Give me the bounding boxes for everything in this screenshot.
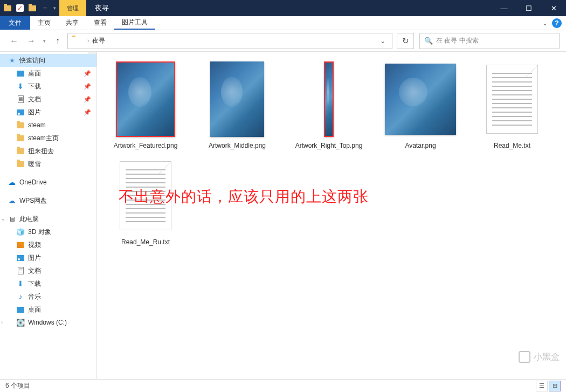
- file-item[interactable]: Artwork_Featured.png: [108, 59, 183, 150]
- sidebar-item-3d[interactable]: 🧊 3D 对象: [0, 225, 96, 238]
- sidebar-item-desktop[interactable]: 桌面: [0, 303, 96, 316]
- navigation-pane[interactable]: ⌃ ★ 快速访问 桌面 📌 ⬇ 下载 📌 文档 📌: [0, 52, 97, 379]
- text-file-icon: [486, 65, 538, 134]
- sidebar-item-folder[interactable]: 暖雪: [0, 157, 96, 170]
- minimize-button[interactable]: —: [492, 0, 516, 16]
- sidebar-item-steam[interactable]: steam: [0, 119, 96, 132]
- sidebar-item-documents[interactable]: 文档: [0, 264, 96, 277]
- window-title: 夜寻: [86, 0, 118, 16]
- details-view-button[interactable]: ☰: [536, 381, 548, 391]
- sidebar-label: 文档: [28, 266, 41, 276]
- sidebar-label: OneDrive: [19, 178, 47, 186]
- sidebar-wps[interactable]: ☁ WPS网盘: [0, 194, 96, 207]
- breadcrumb-item[interactable]: 夜寻: [92, 36, 105, 45]
- up-button[interactable]: ↑: [50, 33, 65, 49]
- forward-button[interactable]: →: [24, 33, 39, 49]
- folder-icon: [3, 4, 12, 12]
- document-icon: [16, 95, 25, 104]
- file-item[interactable]: Artwork_Middle.png: [199, 59, 275, 150]
- desktop-icon: [16, 69, 25, 78]
- ribbon-tabs: 文件 主页 共享 查看 图片工具 ⌄ ?: [0, 16, 566, 30]
- search-placeholder: 在 夜寻 中搜索: [436, 36, 479, 45]
- folder-icon: [72, 37, 82, 45]
- chevron-down-icon[interactable]: ▾: [53, 5, 56, 11]
- download-icon: ⬇: [16, 82, 25, 91]
- sidebar-item-pictures[interactable]: 图片: [0, 251, 96, 264]
- tab-home[interactable]: 主页: [30, 16, 58, 30]
- pin-icon: 📌: [84, 70, 91, 77]
- window-controls: — ☐ ✕: [492, 0, 566, 16]
- tab-picture-tools[interactable]: 图片工具: [114, 16, 155, 30]
- download-icon: ⬇: [16, 279, 25, 288]
- sidebar-item-pictures[interactable]: 图片 📌: [0, 106, 96, 119]
- sidebar-label: 文档: [28, 95, 41, 104]
- context-tab[interactable]: 管理: [59, 0, 86, 16]
- file-name: Artwork_Middle.png: [209, 141, 266, 150]
- file-menu[interactable]: 文件: [0, 16, 30, 30]
- sidebar-label: steam主页: [28, 134, 59, 143]
- search-input[interactable]: 🔍 在 夜寻 中搜索: [419, 33, 560, 49]
- sidebar-item-documents[interactable]: 文档 📌: [0, 93, 96, 106]
- close-button[interactable]: ✕: [541, 0, 566, 16]
- sidebar-quick-access[interactable]: ★ 快速访问: [0, 54, 96, 67]
- history-dropdown[interactable]: ▾: [41, 38, 48, 44]
- sidebar-label: 桌面: [28, 69, 41, 78]
- onedrive-icon: ☁: [8, 178, 16, 187]
- expand-icon[interactable]: ⌄: [1, 216, 5, 222]
- sidebar-label: 视频: [28, 240, 41, 250]
- sidebar-label: 图片: [28, 108, 41, 117]
- file-name: Artwork_Featured.png: [114, 141, 178, 150]
- sidebar-item-downloads[interactable]: ⬇ 下载 📌: [0, 80, 96, 93]
- maximize-button[interactable]: ☐: [516, 0, 541, 16]
- picture-icon: [16, 253, 25, 262]
- 3d-icon: 🧊: [16, 228, 25, 236]
- separator: =: [43, 4, 47, 12]
- file-name: Artwork_Right_Top.png: [295, 141, 363, 150]
- navigation-bar: ← → ▾ ↑ › 夜寻 ⌄ ↻ 🔍 在 夜寻 中搜索: [0, 30, 566, 52]
- sidebar-label: 下载: [28, 82, 41, 91]
- sidebar-item-desktop[interactable]: 桌面 📌: [0, 67, 96, 80]
- tab-view[interactable]: 查看: [86, 16, 114, 30]
- pin-icon: 📌: [84, 109, 91, 116]
- address-dropdown-icon[interactable]: ⌄: [376, 37, 390, 45]
- folder-icon: [16, 121, 25, 129]
- status-bar: 6 个项目 ☰ ⊞: [0, 379, 566, 392]
- sidebar-item-drive-c[interactable]: › 💽 Windows (C:): [0, 316, 96, 329]
- sidebar-label: Windows (C:): [28, 319, 67, 326]
- address-bar[interactable]: › 夜寻 ⌄: [67, 33, 392, 49]
- expand-ribbon-icon[interactable]: ⌄: [542, 19, 548, 27]
- sidebar-item-downloads[interactable]: ⬇ 下载: [0, 277, 96, 290]
- file-view[interactable]: Artwork_Featured.png Artwork_Middle.png …: [97, 52, 566, 379]
- help-icon[interactable]: ?: [552, 18, 562, 28]
- expand-icon[interactable]: ›: [1, 320, 3, 325]
- file-name: Avatar.png: [405, 141, 436, 150]
- sidebar-item-videos[interactable]: 视频: [0, 238, 96, 251]
- pin-icon: 📌: [84, 83, 91, 90]
- search-icon: 🔍: [424, 37, 433, 45]
- sidebar-item-folder[interactable]: 扭来扭去: [0, 145, 96, 157]
- sidebar-label: 扭来扭去: [28, 147, 54, 156]
- back-button[interactable]: ←: [6, 33, 22, 49]
- file-item[interactable]: Read_Me_Ru.txt: [108, 156, 183, 247]
- pin-icon: 📌: [84, 96, 91, 103]
- file-item[interactable]: Read_Me.txt: [474, 59, 550, 150]
- watermark-icon: [519, 351, 530, 363]
- image-thumbnail: [116, 61, 175, 137]
- sidebar-label: steam: [28, 121, 46, 129]
- star-icon: ★: [8, 56, 16, 65]
- tab-share[interactable]: 共享: [58, 16, 86, 30]
- sidebar-label: 快速访问: [19, 56, 45, 65]
- music-icon: ♪: [16, 292, 25, 301]
- file-item[interactable]: Artwork_Right_Top.png: [291, 59, 367, 150]
- sidebar-item-music[interactable]: ♪ 音乐: [0, 290, 96, 303]
- file-item[interactable]: Avatar.png: [383, 59, 458, 150]
- sidebar-this-pc[interactable]: ⌄ 🖥 此电脑: [0, 212, 96, 225]
- sidebar-item-steam-home[interactable]: steam主页: [0, 132, 96, 145]
- properties-icon[interactable]: ✓: [16, 4, 24, 12]
- sidebar-label: 暖雪: [28, 160, 41, 169]
- folder-icon: [16, 160, 25, 168]
- refresh-button[interactable]: ↻: [397, 33, 414, 49]
- thumbnails-view-button[interactable]: ⊞: [549, 381, 561, 391]
- sidebar-onedrive[interactable]: ☁ OneDrive: [0, 176, 96, 189]
- text-file-icon: [120, 161, 171, 230]
